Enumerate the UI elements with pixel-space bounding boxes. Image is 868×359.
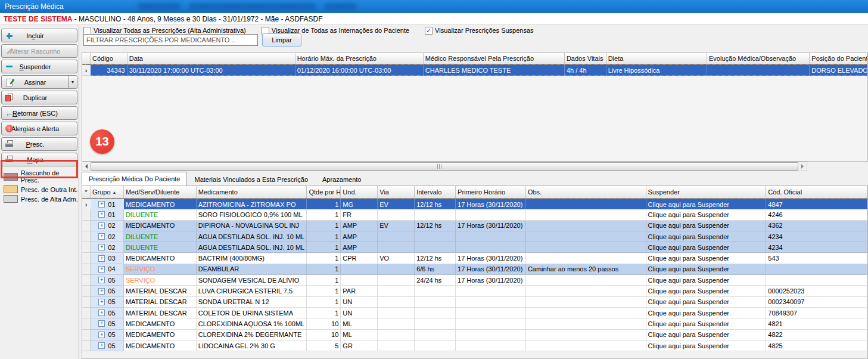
suspend-link[interactable]: Clique aqui para Suspender bbox=[646, 297, 767, 308]
column-header[interactable]: Código bbox=[91, 53, 127, 64]
retornar-button[interactable]: ←Retornar (ESC) bbox=[1, 106, 77, 120]
horizontal-scrollbar[interactable] bbox=[82, 162, 807, 171]
scroll-left-arrow-icon[interactable] bbox=[82, 162, 90, 171]
suspend-link[interactable]: Clique aqui para Suspender bbox=[646, 330, 767, 341]
expand-row-icon[interactable]: + bbox=[98, 233, 105, 240]
expand-row-icon[interactable]: + bbox=[98, 342, 105, 349]
suspend-link[interactable]: Clique aqui para Suspender bbox=[646, 341, 767, 351]
column-header-qtde-por-hora[interactable]: Qtde por Hora bbox=[307, 186, 341, 199]
column-header[interactable]: Dados Vitais bbox=[565, 53, 606, 64]
suspend-link[interactable]: Clique aqui para Suspender bbox=[646, 253, 767, 264]
incluir-button[interactable]: Incluir bbox=[1, 29, 77, 42]
item-row[interactable]: +05MEDICAMENTOLIDOCAINA GEL 2% 30 G5GRCl… bbox=[82, 341, 867, 351]
item-row[interactable]: +02MEDICAMENTODIPIRONA - NOVALGINA SOL I… bbox=[82, 221, 867, 231]
expand-row-icon[interactable]: + bbox=[98, 288, 105, 295]
column-header-medicamento[interactable]: Medicamento bbox=[197, 186, 307, 199]
suspend-link[interactable]: Clique aqui para Suspender bbox=[646, 221, 767, 231]
suspend-link[interactable]: Clique aqui para Suspender bbox=[646, 199, 767, 210]
expand-row-icon[interactable]: + bbox=[98, 299, 105, 305]
scroll-right-arrow-icon[interactable] bbox=[799, 162, 807, 171]
column-header-via[interactable]: Via bbox=[378, 186, 415, 199]
expand-row-icon[interactable]: + bbox=[98, 201, 105, 208]
column-header-grupo[interactable]: Grupo▲ bbox=[91, 186, 124, 199]
suspend-link[interactable]: Clique aqui para Suspender bbox=[646, 209, 767, 220]
prescription-items-grid: *Grupo▲Med/Serv/DiluenteMedicamentoQtde … bbox=[82, 185, 868, 359]
duplicar-button[interactable]: Duplicar bbox=[1, 91, 77, 104]
cell-intervalo bbox=[415, 209, 456, 220]
assinar-button[interactable]: Assinar▼ bbox=[1, 75, 77, 89]
expand-row-icon[interactable]: + bbox=[98, 310, 105, 316]
column-header[interactable]: Dieta bbox=[606, 53, 707, 64]
expand-row-icon[interactable]: + bbox=[98, 211, 105, 218]
item-row[interactable]: +05MEDICAMENTOCLOREXIDINA AQUOSA 1% 100M… bbox=[82, 318, 867, 329]
column-header[interactable]: Data bbox=[127, 53, 295, 64]
expand-row-icon[interactable]: + bbox=[98, 266, 105, 273]
column-header[interactable]: Evolução Médica/Observação bbox=[707, 53, 810, 64]
column-header-obs-[interactable]: Obs. bbox=[526, 186, 646, 199]
expand-row-icon[interactable]: + bbox=[98, 277, 105, 283]
clear-filter-button[interactable]: Limpar bbox=[262, 33, 301, 47]
checkbox-checked-icon[interactable]: ✓ bbox=[425, 27, 433, 35]
filter-medication-input[interactable] bbox=[83, 34, 258, 46]
column-header-primeiro-hor-rio[interactable]: Primeiro Horário bbox=[456, 186, 526, 199]
column-header-suspender[interactable]: Suspender bbox=[646, 186, 767, 199]
column-header[interactable]: Médico Responsável Pela Prescrição bbox=[424, 53, 565, 64]
item-row[interactable]: ›+01MEDICAMENTOAZITROMICINA - ZITROMAX P… bbox=[82, 199, 867, 210]
column-header-intervalo[interactable]: Intervalo bbox=[415, 186, 456, 199]
prescription-row[interactable]: ›3434330/11/2020 17:00:00 UTC-03:0001/12… bbox=[82, 64, 867, 76]
items-grid-header[interactable]: *Grupo▲Med/Serv/DiluenteMedicamentoQtde … bbox=[82, 186, 867, 199]
presc-button[interactable]: Presc. bbox=[1, 137, 77, 151]
cell-und: ML bbox=[341, 330, 378, 341]
suspend-link[interactable]: Clique aqui para Suspender bbox=[646, 308, 767, 318]
suspend-link[interactable]: Clique aqui para Suspender bbox=[646, 231, 767, 242]
expand-row-icon[interactable]: + bbox=[98, 332, 105, 338]
selected-row-indicator-icon: › bbox=[82, 199, 91, 210]
item-row[interactable]: +04SERVIÇODEAMBULAR16/6 hs17 Horas (30/1… bbox=[82, 264, 867, 275]
item-row[interactable]: +02DILUENTEAGUA DESTILADA SOL. INJ. 10 M… bbox=[82, 231, 867, 242]
column-header-med-serv-diluente[interactable]: Med/Serv/Diluente bbox=[124, 186, 197, 199]
item-row[interactable]: +05MATERIAL DESCARSONDA URETRAL N 121UNC… bbox=[82, 297, 867, 308]
item-row[interactable]: +05SERVIÇOSONDAGEM VESICAL DE ALÍVIO124/… bbox=[82, 275, 867, 286]
prescriptions-grid-header[interactable]: CódigoDataHorário Máx. da PrescriçãoMédi… bbox=[82, 53, 867, 64]
expand-row-icon[interactable]: + bbox=[98, 222, 105, 229]
scrollbar-thumb[interactable] bbox=[91, 162, 798, 171]
suspend-link[interactable]: Clique aqui para Suspender bbox=[646, 286, 767, 296]
checkbox-unchecked-icon[interactable] bbox=[83, 27, 91, 35]
cell-intervalo bbox=[415, 297, 456, 308]
view-filter-checkbox-2[interactable]: ✓Visualizar Prescrições Suspensas bbox=[425, 27, 533, 35]
column-header[interactable]: Posição do Paciente bbox=[810, 53, 867, 64]
expand-row-icon[interactable]: + bbox=[98, 255, 105, 262]
mapa-button[interactable]: Mapa bbox=[1, 153, 77, 166]
expand-row-icon[interactable]: + bbox=[98, 244, 105, 250]
column-header-und-[interactable]: Und. bbox=[341, 186, 378, 199]
cell-und: FR bbox=[341, 209, 378, 220]
cell-qtde: 1 bbox=[307, 209, 341, 220]
column-header-c-d-oficial[interactable]: Cód. Oficial bbox=[766, 186, 867, 199]
grid-customize-icon[interactable]: * bbox=[85, 189, 88, 196]
item-row[interactable]: +05MATERIAL DESCARCOLETOR DE URINA SISTE… bbox=[82, 308, 867, 318]
dropdown-arrow-icon[interactable]: ▼ bbox=[68, 76, 77, 88]
view-filter-checkbox-0[interactable]: Visualizar Todas as Prescrições (Alta Ad… bbox=[83, 27, 246, 35]
cell-tipo: DILUENTE bbox=[124, 242, 197, 253]
suspend-link[interactable]: Clique aqui para Suspender bbox=[646, 242, 767, 253]
item-row[interactable]: +05MATERIAL DESCARLUVA CIRURGICA ESTERIL… bbox=[82, 286, 867, 296]
item-row[interactable]: +03MEDICAMENTOBACTRIM (400/80MG)1CPRVO12… bbox=[82, 253, 867, 264]
tab-2[interactable]: Aprazamento bbox=[315, 173, 368, 185]
item-row[interactable]: +02DILUENTEAGUA DESTILADA SOL. INJ. 10 M… bbox=[82, 242, 867, 253]
group-number: 05 bbox=[108, 342, 115, 349]
alergias-alerta-button[interactable]: !Alergias e Alerta bbox=[1, 122, 77, 135]
suspend-link[interactable]: Clique aqui para Suspender bbox=[646, 318, 767, 329]
tab-1[interactable]: Materiais Vinculados a Esta Prescrição bbox=[187, 173, 315, 185]
item-row[interactable]: +01DILUENTESORO FISIOLOGICO 0,9% 100 ML1… bbox=[82, 209, 867, 220]
suspend-link[interactable]: Clique aqui para Suspender bbox=[646, 275, 767, 286]
header-indicator-cell: * bbox=[82, 186, 91, 199]
column-header[interactable]: Horário Máx. da Prescrição bbox=[295, 53, 424, 64]
alterar-rascunho-button[interactable]: Alterar Rascunho bbox=[1, 44, 77, 58]
expand-row-icon[interactable]: + bbox=[98, 320, 105, 327]
suspend-link[interactable]: Clique aqui para Suspender bbox=[646, 264, 767, 275]
cell-qtde: 5 bbox=[307, 341, 341, 351]
item-row[interactable]: +05MEDICAMENTOCLOREXIDINA 2% DEGERMANTE1… bbox=[82, 330, 867, 341]
printer-icon bbox=[5, 156, 14, 164]
tab-0[interactable]: Prescrição Médica Do Paciente bbox=[82, 172, 187, 185]
suspender-button[interactable]: Suspender bbox=[1, 60, 77, 73]
